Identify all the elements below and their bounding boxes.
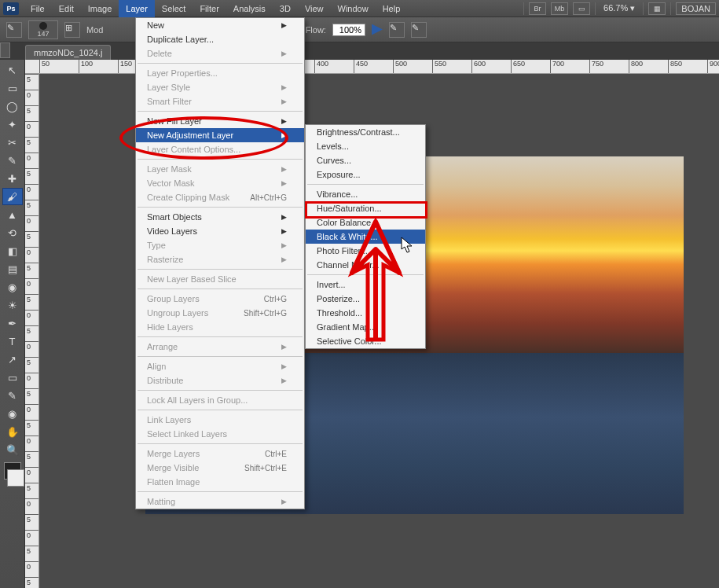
menu-filter[interactable]: Filter [193,0,226,17]
adj-menu-curves[interactable]: Curves... [306,153,425,167]
ruler-tick: 150 [118,60,132,74]
tool-path[interactable]: ↗ [2,351,23,368]
tool-hand[interactable]: ✋ [2,423,23,440]
tool-eyedrop2[interactable]: ◉ [2,405,23,422]
adj-menu-photo-filter[interactable]: Photo Filter... [306,244,425,258]
tool-type[interactable]: T [2,333,23,350]
airbrush-icon[interactable]: ✎ [389,22,405,38]
adj-menu-vibrance[interactable]: Vibrance... [306,187,425,201]
menu-select[interactable]: Select [155,0,193,17]
menu-image[interactable]: Image [81,0,119,17]
ruler-tick: 0 [25,341,39,351]
tool-preset-icon[interactable]: ✎ [6,22,22,38]
ruler-tick: 5 [25,388,39,398]
layer-menu-flatten-image: Flatten Image [136,475,304,489]
ruler-tick: 800 [629,60,643,74]
tool-gradient[interactable]: ▤ [2,260,23,277]
view-extras-icon[interactable]: ▦ [648,2,666,15]
flow-field[interactable]: 100% [332,24,365,36]
tool-blur[interactable]: ◉ [2,278,23,296]
layer-menu-dropdown: New▶Duplicate Layer...Delete▶Layer Prope… [135,17,305,509]
ruler-tick: 0 [25,121,39,130]
adj-menu-hue-saturation[interactable]: Hue/Saturation... [306,201,425,215]
tool-brush[interactable]: 🖌 [2,188,23,205]
menu-analysis[interactable]: Analysis [226,0,273,17]
ruler-tick: 5 [25,546,39,555]
zoom-level[interactable]: 66.7% ▾ [600,3,638,13]
ruler-tick: 0 [25,373,39,382]
screen-mode-icon[interactable]: ▭ [573,2,590,15]
layer-menu-new[interactable]: New▶ [136,18,304,32]
ruler-tick: 5 [25,420,39,429]
menu-edit[interactable]: Edit [52,0,81,17]
ruler-tick: 0 [25,215,39,225]
ruler-tick: 700 [550,60,564,74]
workspace-switcher[interactable]: BOJAN [676,2,716,15]
layer-menu-link-layers: Link Layers [136,413,304,427]
document-tab[interactable]: mmzoNDc_1024.j [25,45,111,60]
ruler-tick: 0 [25,90,39,99]
layer-menu-layer-content-options: Layer Content Options... [136,142,304,156]
tool-eyedropper[interactable]: ✎ [2,152,23,169]
tool-heal[interactable]: ✚ [2,170,23,187]
adj-menu-gradient-map[interactable]: Gradient Map... [306,320,425,334]
layer-menu-video-layers[interactable]: Video Layers▶ [136,224,304,238]
menu-window[interactable]: Window [331,0,376,17]
adj-menu-channel-mixer[interactable]: Channel Mixer... [306,258,425,272]
flow-slider-icon[interactable] [372,24,383,35]
ruler-horizontal: 0501001502002503003504004505005506006507… [25,60,719,74]
layer-menu-duplicate-layer[interactable]: Duplicate Layer... [136,32,304,46]
new-adjustment-layer-submenu: Brightness/Contrast...Levels...Curves...… [305,124,426,349]
tool-rect[interactable]: ▭ [2,369,23,386]
layer-menu-new-fill-layer[interactable]: New Fill Layer▶ [136,114,304,128]
layer-menu-layer-mask: Layer Mask▶ [136,162,304,176]
menu-help[interactable]: Help [376,0,408,17]
menubar: Ps FileEditImageLayerSelectFilterAnalysi… [0,0,719,17]
menu-3d[interactable]: 3D [273,0,298,17]
ruler-tick: 750 [589,60,603,74]
tool-move[interactable]: ↖ [2,61,23,79]
layer-menu-matting: Matting▶ [136,494,304,509]
adj-menu-posterize[interactable]: Posterize... [306,292,425,306]
bridge-icon[interactable]: Br [529,2,546,15]
layer-menu-new-adjustment-layer[interactable]: New Adjustment Layer▶ [136,128,304,142]
adj-menu-exposure[interactable]: Exposure... [306,167,425,182]
ruler-tick: 5 [25,231,39,241]
brush-panel-icon[interactable]: ⊞ [64,22,80,38]
tablet-size-icon[interactable]: ✎ [411,22,427,38]
ruler-tick: 5 [25,514,39,524]
adj-menu-brightness-contrast[interactable]: Brightness/Contrast... [306,125,425,139]
adj-menu-levels[interactable]: Levels... [306,139,425,153]
ruler-tick: 5 [25,74,39,83]
layer-menu-smart-objects[interactable]: Smart Objects▶ [136,210,304,224]
tool-wand[interactable]: ✦ [2,116,23,133]
background-swatch[interactable] [7,469,24,487]
layer-menu-create-clipping-mask: Create Clipping MaskAlt+Ctrl+G [136,190,304,204]
minibridge-icon[interactable]: Mb [551,2,568,15]
adj-menu-color-balance[interactable]: Color Balance... [306,215,425,230]
tool-dodge[interactable]: ☀ [2,296,23,314]
adj-menu-invert[interactable]: Invert... [306,277,425,292]
tool-zoom[interactable]: 🔍 [2,441,23,458]
menu-file[interactable]: File [24,0,52,17]
menu-layer[interactable]: Layer [119,0,155,17]
tool-pen[interactable]: ✒ [2,314,23,332]
layer-menu-rasterize: Rasterize▶ [136,252,304,266]
ruler-tick: 5 [25,137,39,146]
ruler-tick: 5 [25,577,39,586]
tool-lasso[interactable]: ◯ [2,97,23,115]
tool-crop[interactable]: ✂ [2,134,23,151]
menu-view[interactable]: View [298,0,331,17]
ruler-tick: 0 [25,498,39,508]
adj-menu-selective-color[interactable]: Selective Color... [306,334,425,348]
tool-notes[interactable]: ✎ [2,387,23,404]
layer-menu-group-layers: Group LayersCtrl+G [136,292,304,306]
tool-marquee[interactable]: ▭ [2,79,23,97]
tool-eraser[interactable]: ◧ [2,242,23,259]
tool-stamp[interactable]: ▲ [2,206,23,223]
adj-menu-threshold[interactable]: Threshold... [306,306,425,320]
doc-arrange-handle[interactable] [0,42,10,58]
tool-history[interactable]: ⟲ [2,224,23,241]
brush-preset-picker[interactable]: 147 [28,20,58,39]
adj-menu-black-white[interactable]: Black & White... [306,230,425,244]
